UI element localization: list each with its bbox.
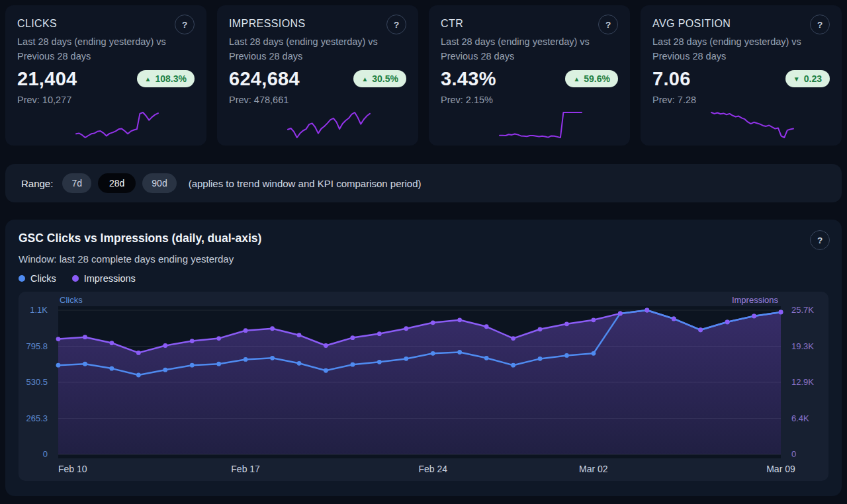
delta-badge: ▲ 59.6% [565,70,618,87]
x-axis-labels: Feb 10Feb 17Feb 24Mar 02Mar 09 [58,464,781,476]
x-tick-label: Feb 10 [58,464,87,474]
delta-badge: ▲ 30.5% [353,70,406,87]
delta-value: 59.6% [584,73,610,84]
kpi-title: CLICKS [17,15,57,30]
chart-panel: Clicks Impressions 1.1K795.8530.5265.30 … [19,292,828,481]
y-tick-label: 1.1K [30,305,48,315]
kpi-prev: Prev: 10,277 [17,95,195,105]
kpi-subtitle: Last 28 days (ending yesterday) vs Previ… [652,35,826,64]
legend-item-impressions: Impressions [72,273,136,284]
impressions-sparkline [286,110,372,140]
chart-subtitle: Window: last 28 complete days ending yes… [19,253,828,265]
delta-badge: ▼ 0.23 [785,70,830,87]
legend-item-clicks: Clicks [19,273,56,284]
chart-legend: Clicks Impressions [19,273,828,284]
legend-label: Impressions [84,273,136,284]
question-mark-glyph: ? [605,20,611,30]
kpi-value: 624,684 [229,68,300,90]
kpi-subtitle: Last 28 days (ending yesterday) vs Previ… [441,35,614,64]
range-pill-90d[interactable]: 90d [142,173,176,193]
kpi-card-ctr: CTR ? Last 28 days (ending yesterday) vs… [429,5,630,146]
y-tick-label: 25.7K [791,305,814,315]
delta-arrow-icon: ▲ [361,75,368,83]
kpi-card-avg-position: AVG POSITION ? Last 28 days (ending yest… [641,5,842,146]
ctr-sparkline [498,110,584,140]
range-label: Range: [21,178,53,189]
delta-arrow-icon: ▼ [793,75,800,83]
kpi-value: 3.43% [441,68,496,90]
impressions-legend-dot-icon [72,275,79,282]
y-axis-left-labels: 1.1K795.8530.5265.30 [19,306,53,458]
kpi-title: AVG POSITION [652,15,731,30]
legend-label: Clicks [30,273,56,284]
delta-value: 0.23 [804,73,822,84]
range-bar: Range: 7d 28d 90d (applies to trend wind… [5,164,842,202]
delta-value: 30.5% [372,73,398,84]
range-pill-28d[interactable]: 28d [98,173,136,193]
help-icon[interactable]: ? [386,15,406,34]
delta-value: 108.3% [156,73,187,84]
help-icon[interactable]: ? [810,230,830,250]
help-icon[interactable]: ? [810,15,830,34]
chart-plot[interactable] [58,306,781,458]
avg-position-sparkline [709,110,795,140]
right-axis-title: Impressions [732,295,778,305]
kpi-subtitle: Last 28 days (ending yesterday) vs Previ… [229,35,402,64]
x-tick-label: Feb 24 [418,464,447,474]
kpi-title: IMPRESSIONS [229,15,306,30]
y-tick-label: 0 [791,449,796,460]
help-icon[interactable]: ? [175,15,195,34]
kpi-prev: Prev: 478,661 [229,95,406,105]
left-axis-title: Clicks [60,295,83,305]
help-icon[interactable]: ? [598,15,618,34]
delta-badge: ▲ 108.3% [137,70,195,87]
kpi-prev: Prev: 7.28 [652,95,830,105]
chart-title: GSC Clicks vs Impressions (daily, dual-a… [19,231,828,245]
range-note: (applies to trend window and KPI compari… [189,178,422,189]
kpi-title: CTR [441,15,463,30]
x-tick-label: Feb 17 [231,464,260,474]
delta-arrow-icon: ▲ [145,75,152,83]
question-mark-glyph: ? [182,20,187,30]
y-tick-label: 265.3 [26,413,48,424]
kpi-card-impressions: IMPRESSIONS ? Last 28 days (ending yeste… [217,5,418,146]
kpi-value: 7.06 [652,68,691,90]
range-pill-7d[interactable]: 7d [62,173,91,193]
kpi-subtitle: Last 28 days (ending yesterday) vs Previ… [17,35,191,64]
question-mark-glyph: ? [394,20,399,30]
y-tick-label: 530.5 [26,377,48,388]
x-tick-label: Mar 09 [766,464,795,474]
y-tick-label: 6.4K [791,413,809,424]
y-tick-label: 12.9K [791,377,814,388]
chart-card: GSC Clicks vs Impressions (daily, dual-a… [5,220,842,496]
y-tick-label: 19.3K [791,341,814,352]
y-tick-label: 0 [43,449,48,460]
x-tick-label: Mar 02 [579,464,608,474]
kpi-row: CLICKS ? Last 28 days (ending yesterday)… [5,5,842,146]
kpi-prev: Prev: 2.15% [441,95,618,105]
question-mark-glyph: ? [817,20,823,30]
kpi-value: 21,404 [17,68,77,90]
clicks-legend-dot-icon [19,275,25,282]
y-axis-right-labels: 25.7K19.3K12.9K6.4K0 [786,306,828,458]
delta-arrow-icon: ▲ [573,75,580,83]
question-mark-glyph: ? [817,235,823,245]
y-tick-label: 795.8 [26,341,48,352]
kpi-card-clicks: CLICKS ? Last 28 days (ending yesterday)… [5,5,206,146]
clicks-sparkline [74,110,160,140]
